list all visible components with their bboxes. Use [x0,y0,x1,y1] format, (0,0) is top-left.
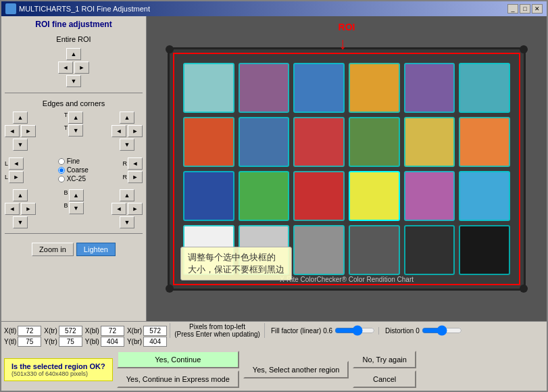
title-bar-left: MULTICHARTS_1 ROI Fine Adjustment [5,3,150,14]
br-right-button[interactable]: ► [128,203,143,215]
l-label: L [5,160,8,167]
left-down-button[interactable]: ► [9,171,24,183]
top-down-button[interactable]: ▼ [68,124,83,137]
bottom-corners-row: ▲ ◄ ► ▼ B ▲ B ▼ [5,189,143,228]
close-button[interactable]: ✕ [532,4,543,14]
corner-tr[interactable] [520,45,528,53]
fill-factor-section: Fill factor (linear) 0.6 [268,327,379,335]
radio-xc25[interactable]: XC-25 [58,175,86,182]
color-cell-2-4 [349,117,400,167]
y-tl-label: Y(tl) [4,338,16,345]
roi-right-button[interactable]: ► [74,62,89,74]
tl-right-button[interactable]: ► [21,125,36,137]
r-label-2: R [122,174,127,180]
x-br-label: X(br) [127,327,142,335]
color-cell-2-1 [183,117,234,167]
br-up-button[interactable]: ▲ [120,189,134,201]
fill-factor-slider[interactable] [334,327,375,334]
right-down-button[interactable]: ► [128,171,143,183]
roi-label: ROI [339,22,355,32]
zoom-in-button[interactable]: Zoom in [32,243,74,256]
x-tl-value[interactable]: 72 [18,326,41,336]
bl-right-button[interactable]: ► [21,203,36,215]
radio-xc25-label: XC-25 [67,175,86,182]
radio-group: Fine Coarse XC-25 [58,157,89,182]
corner-tl[interactable] [166,45,174,53]
y-br-value[interactable]: 404 [143,337,167,347]
radio-xc25-input[interactable] [58,176,65,182]
color-cell-3-2 [239,171,290,221]
yes-express-button[interactable]: Yes, Continue in Express mode [117,370,239,388]
br-left-button[interactable]: ◄ [111,203,126,215]
distortion-section: Distortion 0 [382,327,466,335]
x-tr-label: X(tr) [44,327,57,335]
radio-fine-input[interactable] [58,158,65,165]
content-area: ROI fine adjustment Entire ROI ▲ ◄ ► ▼ E… [1,16,547,321]
top-edge-group: T ▲ T ▼ [64,112,84,137]
minimize-button[interactable]: _ [507,4,518,14]
tr-right-button[interactable]: ► [128,125,143,137]
distortion-slider[interactable] [422,327,462,334]
x-tr-value[interactable]: 572 [59,326,82,336]
maximize-button[interactable]: □ [520,4,530,14]
distortion-slider-container [422,327,462,334]
lighten-button[interactable]: Lighten [76,243,116,256]
distortion-label: Distortion [385,327,414,335]
bottom-buttons: Zoom in Lighten [5,243,143,256]
no-try-again-button[interactable]: No, Try again [353,351,416,368]
radio-coarse-input[interactable] [58,167,65,174]
color-cell-1-2 [239,63,290,113]
cancel-button[interactable]: Cancel [353,370,416,388]
t-label-2: T [64,124,68,137]
y-bl-value[interactable]: 404 [101,337,124,347]
color-cell-1-3 [293,63,345,113]
corner-br[interactable] [520,285,528,293]
corner-tr-group: ▲ ◄ ► ▼ [111,112,143,151]
corner-bl[interactable] [166,285,174,293]
yes-continue-button[interactable]: Yes, Continue [117,351,239,368]
bottom-bar: X(tl) 72 X(tr) 572 X(bl) 72 X(br) 572 Pi… [1,321,547,391]
bl-down-button[interactable]: ▼ [13,216,28,228]
y-tr-value[interactable]: 75 [59,337,82,347]
radio-coarse[interactable]: Coarse [58,166,89,174]
radio-fine-label: Fine [67,157,80,165]
color-cell-1-1 [183,63,234,113]
color-cell-1-6 [459,63,510,113]
tr-left-button[interactable]: ◄ [111,125,126,137]
x-bl-value[interactable]: 72 [101,326,124,336]
bl-left-button[interactable]: ◄ [5,203,20,215]
yes-continue-group: Yes, Continue Yes, Continue in Express m… [117,351,239,388]
x-tl-label: X(tl) [4,327,16,335]
pixels-info: Pixels from top-left (Press Enter when u… [170,323,265,338]
color-cell-1-4 [349,63,400,113]
tl-up-button[interactable]: ▲ [13,112,28,124]
tl-left-button[interactable]: ◄ [5,125,20,137]
y-tl-value[interactable]: 75 [18,337,41,347]
bl-up-button[interactable]: ▲ [13,189,28,201]
radio-fine[interactable]: Fine [58,157,80,165]
b-label-2: B [64,202,68,214]
annotation-box: 调整每个选中色块框的 大小，保证不要框到黑边 [180,247,292,280]
main-window: MULTICHARTS_1 ROI Fine Adjustment _ □ ✕ … [0,0,548,392]
title-bar: MULTICHARTS_1 ROI Fine Adjustment _ □ ✕ [1,1,547,16]
roi-down-button[interactable]: ▼ [66,75,81,87]
right-area: ROI ↑ [147,16,547,321]
tr-up-button[interactable]: ▲ [120,112,134,124]
left-up-button[interactable]: ◄ [9,157,24,170]
roi-up-button[interactable]: ▲ [66,48,81,60]
x-br-value[interactable]: 572 [143,326,167,336]
right-up-button[interactable]: ◄ [128,157,143,170]
coord-x-br: X(br) 572 [127,326,167,336]
bottom-down-button[interactable]: ▼ [69,202,84,214]
roi-left-button[interactable]: ◄ [58,62,73,74]
top-up-button[interactable]: ▲ [68,112,83,124]
tl-down-button[interactable]: ▼ [13,139,28,151]
color-cell-3-5 [404,171,455,221]
tr-down-button[interactable]: ▼ [120,139,134,151]
t-label: T [64,112,68,124]
chart-label: X-Rite ColorChecker® Color Rendition Cha… [280,276,414,283]
br-down-button[interactable]: ▼ [120,216,134,228]
bottom-up-button[interactable]: ▲ [69,189,84,201]
yes-another-button[interactable]: Yes, Select another region [243,361,349,378]
corner-tl-group: ▲ ◄ ► ▼ [5,112,36,151]
